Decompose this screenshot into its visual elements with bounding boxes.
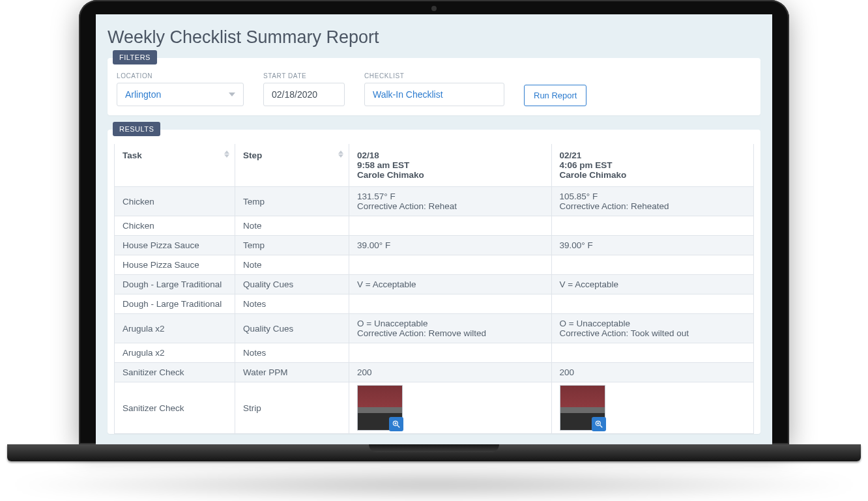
device-shadow <box>0 468 868 501</box>
cell-step: Notes <box>235 343 349 363</box>
cell-value <box>349 255 552 275</box>
table-row: House Pizza SauceNote <box>115 255 754 275</box>
cell-value: 39.00° F <box>349 236 552 255</box>
filters-panel: FILTERS LOCATION Arlington START DATE <box>108 58 760 115</box>
d2-date: 02/21 <box>560 150 746 160</box>
cell-value <box>551 255 754 275</box>
checklist-label: CHECKLIST <box>364 72 504 79</box>
cell-value <box>551 216 754 236</box>
cell-task: Arugula x2 <box>115 314 235 343</box>
d2-user: Carole Chimako <box>560 170 746 180</box>
laptop-base <box>79 444 789 470</box>
table-row: Sanitizer CheckWater PPM200200 <box>115 363 754 382</box>
start-date-field: START DATE 02/18/2020 <box>263 72 345 106</box>
trackpad-notch <box>369 444 499 452</box>
cell-step: Strip <box>235 382 349 434</box>
results-tag: RESULTS <box>113 122 160 136</box>
cell-step: Temp <box>235 236 349 255</box>
location-select[interactable]: Arlington <box>117 83 244 106</box>
table-row: ChickenTemp131.57° FCorrective Action: R… <box>115 187 754 216</box>
table-row: Sanitizer CheckStrip <box>115 382 754 434</box>
cell-task: Sanitizer Check <box>115 363 235 382</box>
chevron-down-icon <box>229 93 235 96</box>
cell-task: House Pizza Sauce <box>115 236 235 255</box>
cell-task: Dough - Large Traditional <box>115 275 235 294</box>
checklist-select[interactable]: Walk-In Checklist <box>364 83 504 106</box>
photo-thumbnail[interactable] <box>560 385 605 431</box>
cell-step: Note <box>235 216 349 236</box>
cell-task: Chicken <box>115 187 235 216</box>
results-panel: RESULTS Task Step <box>108 130 760 434</box>
col-header-step[interactable]: Step <box>235 144 349 187</box>
cell-step: Water PPM <box>235 363 349 382</box>
cell-value <box>349 216 552 236</box>
table-row: House Pizza SauceTemp39.00° F39.00° F <box>115 236 754 255</box>
cell-task: Chicken <box>115 216 235 236</box>
cell-step: Quality Cues <box>235 314 349 343</box>
cell-value: 200 <box>349 363 552 382</box>
start-date-input[interactable]: 02/18/2020 <box>263 83 345 106</box>
d1-time: 9:58 am EST <box>357 160 543 170</box>
table-row: Dough - Large TraditionalQuality CuesV =… <box>115 275 754 294</box>
cell-task: Dough - Large Traditional <box>115 294 235 314</box>
cell-step: Temp <box>235 187 349 216</box>
page-title: Weekly Checklist Summary Report <box>108 27 760 48</box>
laptop-device: Weekly Checklist Summary Report FILTERS … <box>79 0 789 470</box>
run-report-button[interactable]: Run Report <box>524 85 586 106</box>
zoom-icon[interactable] <box>592 417 606 431</box>
start-date-value: 02/18/2020 <box>272 89 317 100</box>
cell-task: Sanitizer Check <box>115 382 235 434</box>
screen-frame: Weekly Checklist Summary Report FILTERS … <box>79 0 789 444</box>
sort-icon <box>338 150 343 158</box>
start-date-label: START DATE <box>263 72 345 79</box>
checklist-field: CHECKLIST Walk-In Checklist <box>364 72 504 106</box>
cell-value <box>551 294 754 314</box>
svg-line-1 <box>398 425 400 428</box>
filters-tag: FILTERS <box>113 50 157 64</box>
cell-task: House Pizza Sauce <box>115 255 235 275</box>
cell-value: O = UnacceptableCorrective Action: Remov… <box>349 314 552 343</box>
location-label: LOCATION <box>117 72 244 79</box>
cell-value: V = Acceptable <box>349 275 552 294</box>
cell-step: Notes <box>235 294 349 314</box>
cell-step: Note <box>235 255 349 275</box>
cell-value: 131.57° FCorrective Action: Reheat <box>349 187 552 216</box>
table-row: ChickenNote <box>115 216 754 236</box>
location-field: LOCATION Arlington <box>117 72 244 106</box>
col-header-task[interactable]: Task <box>115 144 235 187</box>
svg-line-5 <box>600 425 602 428</box>
results-table: Task Step 02/18 9:58 am EST <box>114 144 754 434</box>
screen: Weekly Checklist Summary Report FILTERS … <box>96 14 772 444</box>
d2-time: 4:06 pm EST <box>560 160 746 170</box>
camera-dot <box>431 6 437 11</box>
cell-value: 39.00° F <box>551 236 754 255</box>
cell-value <box>551 382 754 434</box>
d1-date: 02/18 <box>357 150 543 160</box>
checklist-value: Walk-In Checklist <box>373 89 443 100</box>
col-step-label: Step <box>243 150 262 160</box>
cell-task: Arugula x2 <box>115 343 235 363</box>
cell-value <box>349 294 552 314</box>
col-header-date2: 02/21 4:06 pm EST Carole Chimako <box>551 144 754 187</box>
cell-value: 200 <box>551 363 754 382</box>
table-row: Arugula x2Notes <box>115 343 754 363</box>
location-value: Arlington <box>125 89 161 100</box>
cell-value <box>349 382 552 434</box>
cell-value: V = Acceptable <box>551 275 754 294</box>
cell-value: O = UnacceptableCorrective Action: Took … <box>551 314 754 343</box>
d1-user: Carole Chimako <box>357 170 543 180</box>
cell-value <box>551 343 754 363</box>
table-row: Dough - Large TraditionalNotes <box>115 294 754 314</box>
zoom-icon[interactable] <box>389 417 403 431</box>
col-header-date1: 02/18 9:58 am EST Carole Chimako <box>349 144 552 187</box>
cell-value <box>349 343 552 363</box>
photo-thumbnail[interactable] <box>357 385 403 431</box>
cell-step: Quality Cues <box>235 275 349 294</box>
col-task-label: Task <box>123 150 142 160</box>
sort-icon <box>224 150 229 158</box>
cell-value: 105.85° FCorrective Action: Reheated <box>551 187 754 216</box>
table-row: Arugula x2Quality CuesO = UnacceptableCo… <box>115 314 754 343</box>
